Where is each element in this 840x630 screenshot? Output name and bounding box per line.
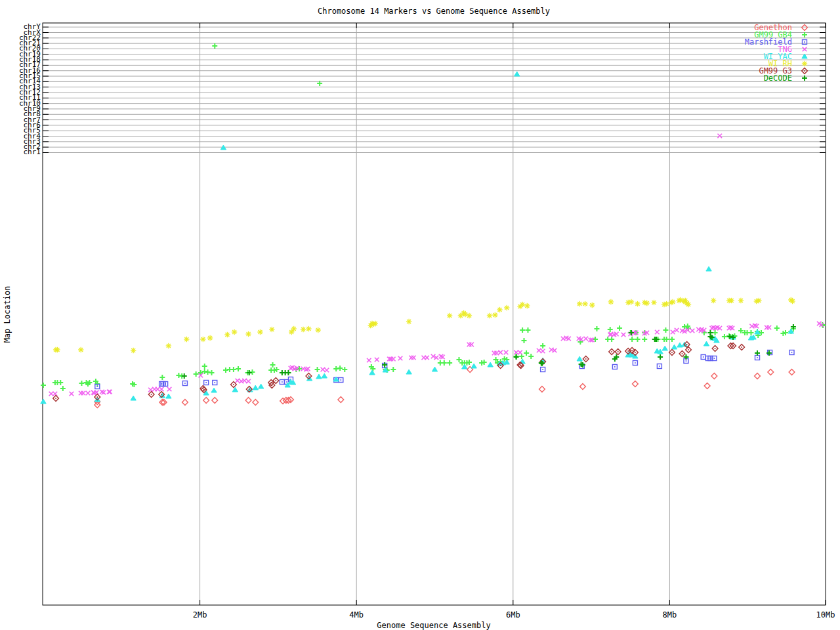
marker-wi_rh <box>54 347 60 352</box>
x-tick-label-4Mb: 4Mb <box>349 610 364 620</box>
marker-genethon <box>711 373 717 379</box>
marker-tng <box>553 348 557 353</box>
marker-decode <box>514 354 519 360</box>
marker-wi_yac <box>662 346 667 350</box>
marker-tng <box>541 349 545 354</box>
marker-wi_yac <box>253 385 258 390</box>
marker-wi_rh <box>78 347 83 352</box>
plot-border <box>43 23 826 605</box>
marker-marshfield <box>755 356 760 360</box>
marker-gm99_gb4 <box>617 326 622 331</box>
marker-tng <box>494 351 499 356</box>
marker-tng <box>242 379 247 383</box>
marker-wi_yac <box>131 396 136 400</box>
marker-wi_rh <box>504 305 509 310</box>
marker-wi_yac <box>577 356 582 361</box>
marker-tng <box>167 387 172 392</box>
marker-tng <box>655 330 660 335</box>
chart-page: Chromosome 14 Markers vs Genome Sequence… <box>0 0 840 630</box>
marker-gm99_g3 <box>148 392 154 398</box>
marker-tng <box>469 343 474 347</box>
marker-decode <box>285 370 291 375</box>
marker-wi_rh <box>232 329 237 335</box>
marker-wi_yac <box>704 341 709 346</box>
y-tick-label-chr1: chr1 <box>0 149 41 155</box>
marker-gm99_gb4 <box>520 327 525 333</box>
marker-gm99_g3 <box>739 345 745 350</box>
marker-tng <box>70 392 74 396</box>
marker-gm99_gb4 <box>231 367 236 372</box>
marker-wi_yac <box>369 370 375 375</box>
marker-gm99_gb4 <box>669 337 675 342</box>
x-tick-label-10Mb: 10Mb <box>816 610 835 620</box>
marker-wi_yac <box>322 373 327 378</box>
marker-gm99_gb4 <box>315 367 320 372</box>
x-tick-label-8Mb: 8Mb <box>663 610 677 620</box>
marker-wi_rh <box>577 301 582 306</box>
marker-wi_yac <box>211 388 217 392</box>
marker-tng <box>53 392 58 396</box>
marker-gm99_gb4 <box>722 334 727 339</box>
marker-tng <box>321 368 326 372</box>
marker-wi_rh <box>316 327 321 333</box>
marker-wi_yac <box>514 72 520 76</box>
marker-tng <box>717 134 722 138</box>
marker-marshfield <box>633 361 637 366</box>
marker-marshfield <box>789 350 794 355</box>
marker-wi_rh <box>291 326 297 331</box>
marker-gm99_gb4 <box>41 383 46 388</box>
marker-gm99_g3 <box>583 356 589 362</box>
marker-gm99_gb4 <box>390 367 396 372</box>
marker-tng <box>367 358 371 363</box>
marker-gm99_gb4 <box>528 354 534 359</box>
marker-tng <box>583 337 588 341</box>
marker-gm99_gb4 <box>642 337 647 342</box>
marker-gm99_gb4 <box>447 360 452 366</box>
marker-tng <box>148 388 153 392</box>
marker-wi_rh <box>582 301 587 306</box>
marker-decode <box>707 330 713 335</box>
marker-wi_rh <box>644 301 650 306</box>
marker-tng <box>498 350 503 355</box>
series-gm99_gb4 <box>41 43 826 391</box>
marker-gm99_gb4 <box>342 367 347 372</box>
marker-wi_rh <box>686 302 691 307</box>
legend-marker-tng <box>803 47 807 52</box>
marker-gm99_gb4 <box>635 337 640 342</box>
marker-wi_yac <box>706 266 711 271</box>
marker-gm99_gb4 <box>524 350 529 356</box>
marker-marshfield <box>612 365 617 369</box>
marker-wi_rh <box>131 348 136 353</box>
marker-wi_rh <box>497 307 502 312</box>
marker-wi_rh <box>200 337 205 342</box>
marker-genethon <box>245 398 251 404</box>
legend-marker-gm99_gb4 <box>802 32 807 37</box>
marker-wi_yac <box>316 374 322 379</box>
marker-wi_rh <box>245 331 251 337</box>
marker-tng <box>81 391 86 396</box>
marker-genethon <box>633 381 639 387</box>
marker-gm99_g3 <box>686 347 692 353</box>
legend-marker-wi_rh <box>802 61 807 66</box>
marker-wi_rh <box>166 343 171 348</box>
marker-marshfield <box>280 380 284 385</box>
marker-wi_rh <box>629 299 634 304</box>
marker-wi_rh <box>184 337 189 342</box>
marker-gm99_gb4 <box>774 326 780 331</box>
marker-gm99_g3 <box>679 351 685 357</box>
marker-gm99_gb4 <box>236 366 241 371</box>
marker-wi_yac <box>488 362 493 367</box>
marker-wi_yac <box>471 364 476 368</box>
marker-genethon <box>755 373 761 379</box>
marker-wi_rh <box>447 313 452 318</box>
marker-marshfield <box>657 364 662 369</box>
marker-tng <box>391 357 396 362</box>
marker-gm99_gb4 <box>608 327 613 332</box>
marker-gm99_gb4 <box>609 337 614 342</box>
marker-genethon <box>539 387 545 392</box>
marker-genethon <box>768 369 774 375</box>
marker-gm99_gb4 <box>159 375 165 380</box>
marker-tng <box>156 387 160 392</box>
marker-wi_rh <box>524 303 530 308</box>
marker-gm99_gb4 <box>522 338 527 343</box>
